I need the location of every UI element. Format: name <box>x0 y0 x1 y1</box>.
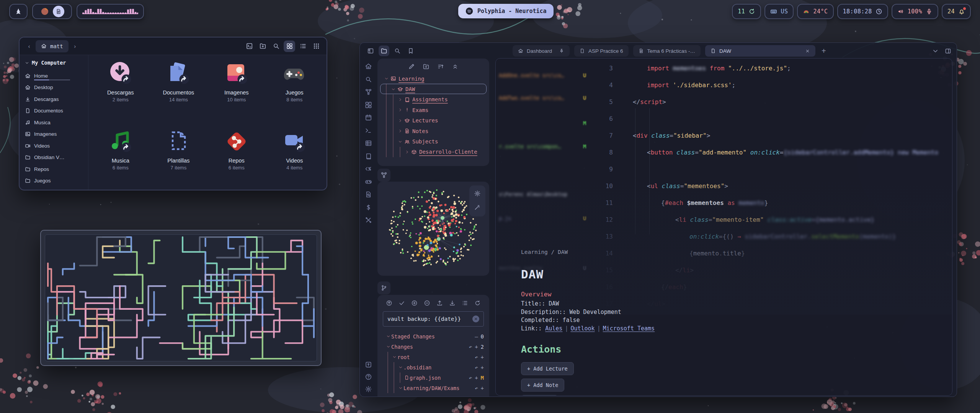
ribbon-home-button[interactable] <box>365 63 372 70</box>
git-row-graph-json[interactable]: graph.json↶+M <box>383 372 484 383</box>
git-downloadtray-button[interactable] <box>449 300 456 306</box>
sidebar-item-partial[interactable] <box>25 187 88 190</box>
sidebar-item-descargas[interactable]: Descargas <box>25 93 88 105</box>
ribbon-dollar-button[interactable] <box>365 204 372 211</box>
weather-widget[interactable]: 24°C <box>797 4 833 19</box>
tree-collapse-button[interactable] <box>452 63 459 70</box>
ribbon-filesearch-button[interactable] <box>365 191 372 198</box>
ribbon-tools-button[interactable] <box>365 216 372 224</box>
tab-daw[interactable]: DAW <box>705 45 815 57</box>
clock-widget[interactable]: 18:08:28 <box>837 4 888 19</box>
tree-item-notes[interactable]: Notes <box>377 126 489 136</box>
folder-tile-plantillas[interactable]: Plantillas7 items <box>150 129 208 190</box>
button--add-note[interactable]: + Add Note <box>521 379 564 392</box>
link-outlook[interactable]: Outlook <box>570 325 595 332</box>
git-row--obsidian[interactable]: .obsidian↶+ <box>383 362 484 372</box>
ribbon-help-button[interactable] <box>365 373 372 380</box>
gridview-button[interactable] <box>284 41 295 52</box>
git-circleminus-button[interactable] <box>424 300 430 306</box>
tab-dashboard[interactable]: Dashboard <box>513 45 570 57</box>
new-tab-button[interactable]: + <box>818 47 829 55</box>
tab-list-dropdown[interactable] <box>932 48 939 54</box>
folder-tile-documentos[interactable]: Documentos14 items <box>150 61 208 122</box>
tab-asp-practice-6[interactable]: ASP Practice 6 <box>574 45 629 57</box>
ribbon-gear-button[interactable] <box>365 385 372 393</box>
toggle-left-sidebar[interactable] <box>365 46 376 56</box>
listview-button[interactable] <box>297 41 309 52</box>
git-listic-button[interactable] <box>462 300 468 306</box>
folder-tile-imagenes[interactable]: Imagenes10 items <box>207 61 266 122</box>
stage-icon[interactable]: + <box>481 354 484 360</box>
ribbon-calendar-button[interactable] <box>365 114 372 121</box>
tree-item-learning[interactable]: Learning <box>377 73 489 84</box>
launcher-button[interactable] <box>9 4 28 19</box>
undo-icon[interactable]: ↶ <box>469 344 472 350</box>
git-row-staged-changes[interactable]: Staged Changes—0 <box>383 331 484 341</box>
ribbon-gamepad-button[interactable] <box>365 178 372 185</box>
breadcrumb[interactable]: matt <box>36 40 69 52</box>
undo-icon[interactable]: ↶ <box>475 385 478 391</box>
ribbon-table-button[interactable] <box>365 140 372 147</box>
clear-message-button[interactable]: ✕ <box>472 315 479 322</box>
back-button[interactable]: ‹ <box>24 41 34 51</box>
sidebar-header[interactable]: My Computer <box>25 60 88 66</box>
ribbon-network-button[interactable] <box>365 88 372 96</box>
commit-message-input[interactable]: vault backup: {{date}} ✕ <box>383 311 484 327</box>
search-button[interactable] <box>270 41 282 52</box>
button-partial[interactable] <box>521 395 558 396</box>
sidebar-item-home[interactable]: Home <box>25 70 88 82</box>
stage-icon[interactable]: + <box>475 344 478 350</box>
terminal-button[interactable] <box>243 41 255 52</box>
undo-icon[interactable]: ↶ <box>475 364 478 371</box>
folder-tile-musica[interactable]: Musica6 items <box>91 129 150 190</box>
ribbon-anglepct-button[interactable] <box>365 165 372 172</box>
undo-icon[interactable]: ↶ <box>475 354 478 360</box>
ribbon-search-button[interactable] <box>365 76 372 83</box>
ribbon-vault-button[interactable] <box>365 361 372 368</box>
git-refresh-button[interactable] <box>474 300 481 306</box>
tree-item-daw[interactable]: DAW <box>377 84 489 94</box>
git-row-changes[interactable]: Changes↶+2 <box>383 341 484 352</box>
tab-tema-6-pr-cticas-[interactable]: Tema 6 Prácticas -… <box>633 45 701 57</box>
sidebar-item-desktop[interactable]: Desktop <box>25 82 88 94</box>
discard-icon[interactable]: — <box>475 333 478 340</box>
tree-item-assignments[interactable]: Assignments <box>377 94 489 105</box>
graph-filter-button[interactable] <box>474 204 481 212</box>
folder-tile-juegos[interactable]: Juegos8 items <box>266 61 324 122</box>
sidebar-item-imagenes[interactable]: Imagenes <box>25 128 88 140</box>
sidebar-item-juegos[interactable]: Juegos <box>25 175 88 187</box>
graph-settings-button[interactable] <box>474 190 481 198</box>
git-circleplus-button[interactable] <box>411 300 418 306</box>
sidebar-item-obsidian-v-[interactable]: Obsidian V… <box>25 152 88 164</box>
folder-tile-videos[interactable]: Videos4 items <box>266 129 324 190</box>
git-row-learning-daw-exams[interactable]: Learning/DAW/Exams↶+ <box>383 383 484 393</box>
stage-icon[interactable]: + <box>481 364 484 371</box>
git-check-button[interactable] <box>399 300 405 306</box>
sidebar-item-musica[interactable]: Musica <box>25 117 88 128</box>
tree-pencil-button[interactable] <box>408 63 415 70</box>
folderplus-button[interactable] <box>257 41 268 52</box>
sidebar-item-videos[interactable]: Videos <box>25 140 88 152</box>
active-app-icon[interactable] <box>53 6 64 17</box>
link-microsoft-teams[interactable]: Microsoft Teams <box>603 325 655 332</box>
bookmarks-tab[interactable] <box>405 46 416 56</box>
close-tab-icon[interactable] <box>805 49 810 54</box>
toggle-right-sidebar[interactable] <box>945 48 951 54</box>
sidebar-item-documentos[interactable]: Documentos <box>25 105 88 117</box>
sidebar-item-repos[interactable]: Repos <box>25 163 88 175</box>
dotsview-button[interactable] <box>310 41 322 52</box>
stage-icon[interactable]: + <box>481 385 484 391</box>
undo-icon[interactable]: ↶ <box>469 375 472 381</box>
link-aules[interactable]: Aules <box>545 325 562 332</box>
now-playing-widget[interactable]: Polyphia - Neurotica <box>458 4 554 18</box>
git-circleup-button[interactable] <box>386 300 392 306</box>
updates-widget[interactable]: 11 <box>732 4 761 19</box>
volume-widget[interactable]: 100% <box>892 4 938 19</box>
folder-tile-descargas[interactable]: Descargas2 items <box>91 61 150 122</box>
tree-sortasc-button[interactable] <box>437 63 444 70</box>
stage-icon[interactable]: + <box>475 375 478 381</box>
ribbon-terminal-button[interactable] <box>365 127 372 134</box>
forward-button[interactable]: › <box>70 41 80 51</box>
tree-item-desarrollo-cliente[interactable]: Desarrollo-Cliente <box>377 147 489 157</box>
git-panel-toggle[interactable] <box>377 281 390 294</box>
